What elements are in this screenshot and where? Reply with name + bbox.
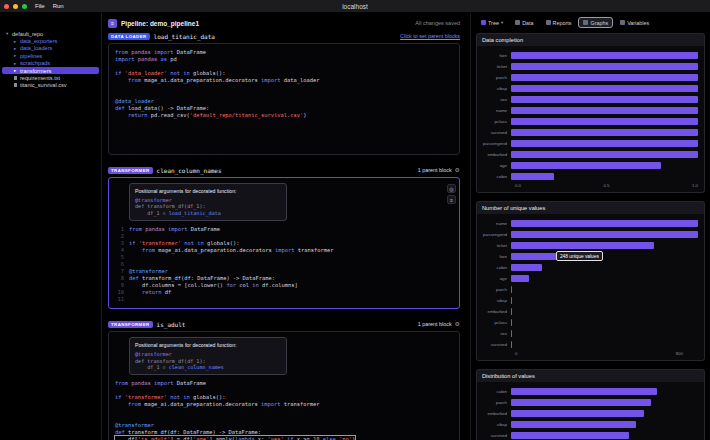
chart-title: Data completion	[476, 33, 705, 46]
tree-item-default-repo[interactable]: ▾default_repo	[2, 30, 99, 37]
bar-row: embarked	[479, 149, 698, 160]
tree-item-transformers[interactable]: ▸transformers	[2, 67, 99, 74]
tab-variables[interactable]: Variables	[615, 17, 654, 28]
code-editor[interactable]: Positional arguments for decorated funct…	[108, 177, 460, 309]
bar-row: cabin	[479, 171, 698, 182]
block-header: TRANSFORMERis_adult1 parent block⚙	[108, 319, 460, 329]
sidekick-tabs: Tree▾DataReportsGraphsVariables	[476, 16, 705, 29]
parent-block-link[interactable]: clean_column_names	[169, 364, 224, 370]
bar[interactable]	[511, 432, 629, 439]
bar[interactable]	[511, 118, 698, 125]
bar[interactable]	[511, 52, 698, 59]
category-label: embarked	[479, 309, 511, 314]
category-label: pclass	[479, 119, 511, 124]
category-label: age	[479, 276, 511, 281]
camera-icon[interactable]: ◎	[447, 184, 456, 193]
chart-title: Distribution of values	[476, 369, 705, 382]
category-label: passengerid	[479, 232, 511, 237]
tree-item-requirements-txt[interactable]: requirements.txt	[2, 74, 99, 81]
menu-icon[interactable]: ≡	[447, 195, 456, 204]
bar[interactable]	[511, 319, 512, 326]
parent-block-count: 1 parent block	[418, 321, 452, 327]
tree-item-pipelines[interactable]: ▸pipelines	[2, 52, 99, 59]
bar[interactable]	[511, 264, 542, 271]
tree-item-data-exporters[interactable]: ▸data_exporters	[2, 37, 99, 44]
bar[interactable]	[511, 421, 636, 428]
code-line: 4 from mage_ai.data_preparation.decorato…	[115, 247, 453, 254]
bar[interactable]	[511, 85, 698, 92]
bar[interactable]	[511, 74, 698, 81]
code-editor[interactable]: Positional arguments for decorated funct…	[108, 331, 460, 440]
category-label: name	[479, 108, 511, 113]
code-line: if 'data_loader' not in globals():	[115, 70, 453, 77]
category-label: parch	[479, 75, 511, 80]
bar[interactable]	[511, 63, 698, 70]
code-line	[115, 387, 453, 394]
tab-label: Graphs	[590, 20, 608, 26]
bar[interactable]	[511, 399, 651, 406]
file-browser: ▾default_repo▸data_exporters▸data_loader…	[0, 13, 102, 440]
axis-tick: 0.0	[515, 183, 521, 188]
block-name[interactable]: load_titanic_data	[154, 33, 215, 40]
tree-item-scratchpads[interactable]: ▸scratchpads	[2, 60, 99, 67]
code-line: from mage_ai.data_preparation.decorators…	[115, 401, 453, 408]
bar[interactable]	[511, 286, 512, 293]
tab-tree[interactable]: Tree▾	[476, 17, 508, 28]
bar-track	[511, 242, 698, 249]
bar-track: 248 unique values	[511, 253, 698, 260]
gear-icon[interactable]: ⚙	[455, 321, 460, 327]
bar-row: pclass	[479, 317, 698, 328]
tab-graphs[interactable]: Graphs	[578, 17, 613, 28]
bar[interactable]	[511, 341, 512, 348]
block-name[interactable]: clean_column_names	[157, 167, 222, 174]
bar[interactable]	[511, 129, 698, 136]
graphs-tab-icon	[583, 20, 588, 25]
titlebar: FileRun localhost	[0, 0, 710, 13]
code-line: import pandas as pd	[115, 56, 453, 63]
gear-icon[interactable]: ⚙	[455, 167, 460, 173]
block-type-badge: TRANSFORMER	[108, 167, 153, 174]
parent-block-count: 1 parent block	[418, 167, 452, 173]
bar-track	[511, 421, 698, 428]
bar[interactable]	[511, 330, 512, 337]
bar[interactable]	[511, 297, 512, 304]
parent-block-link[interactable]: load_titanic_data	[169, 210, 221, 216]
bar[interactable]	[511, 231, 698, 238]
pipeline-menu-icon[interactable]: ≡	[108, 19, 117, 28]
block-name[interactable]: is_adult	[157, 321, 186, 328]
tab-data[interactable]: Data	[510, 17, 538, 28]
tab-reports[interactable]: Reports	[541, 17, 577, 28]
tree-item-data-loaders[interactable]: ▸data_loaders	[2, 45, 99, 52]
bar-track	[511, 85, 698, 92]
bar[interactable]	[511, 220, 698, 227]
category-label: cabin	[479, 174, 511, 179]
bar[interactable]	[511, 151, 698, 158]
bar[interactable]	[511, 173, 554, 180]
bar[interactable]	[511, 308, 512, 315]
tree-item-titanic-survival-csv[interactable]: titanic_survival.csv	[2, 82, 99, 89]
menu-item-run[interactable]: Run	[53, 3, 64, 9]
bar[interactable]	[511, 140, 698, 147]
category-label: sibsp	[479, 86, 511, 91]
code-line: from mage_ai.data_preparation.decorators…	[115, 77, 453, 84]
tree-item-label: data_loaders	[20, 45, 52, 51]
bar[interactable]	[511, 410, 644, 417]
code-editor[interactable]: from pandas import DataFrameimport panda…	[108, 43, 460, 155]
set-parent-blocks-link[interactable]: Click to set parent blocks	[400, 33, 460, 39]
bar[interactable]	[511, 388, 657, 395]
bar[interactable]	[511, 107, 698, 114]
category-label: sibsp	[479, 298, 511, 303]
bar[interactable]	[511, 275, 529, 282]
code-line: from pandas import DataFrame	[115, 380, 453, 387]
bar-row: sex	[479, 94, 698, 105]
bar-row: name	[479, 105, 698, 116]
bar-row: sibsp	[479, 419, 698, 430]
bar-row: pclass	[479, 116, 698, 127]
block-type-badge: TRANSFORMER	[108, 321, 153, 328]
bar-track	[511, 129, 698, 136]
bar[interactable]	[511, 162, 661, 169]
bar[interactable]	[511, 242, 654, 249]
bar[interactable]	[511, 96, 698, 103]
menu-item-file[interactable]: File	[35, 3, 45, 9]
pipeline-editor: ≡ Pipeline: demo_pipeline1 All changes s…	[102, 13, 470, 440]
